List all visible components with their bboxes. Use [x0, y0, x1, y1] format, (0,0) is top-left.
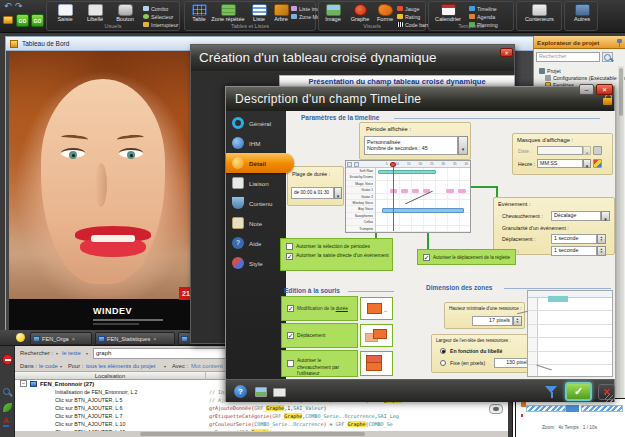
- chevron-down-icon[interactable]: [164, 364, 166, 369]
- tab-aide[interactable]: ? Aide: [226, 233, 286, 253]
- periode-dropdown-button[interactable]: [458, 136, 468, 155]
- tab-note[interactable]: Note: [226, 213, 286, 233]
- close-icon[interactable]: [153, 336, 156, 342]
- tab-detail[interactable]: Détail: [226, 153, 294, 173]
- lock-icon[interactable]: [603, 94, 612, 105]
- chevron-down-icon[interactable]: [60, 364, 62, 369]
- duree-spinner[interactable]: [597, 246, 606, 256]
- tree-item-configurations[interactable]: Configurations (Exécutable Windows 32 b: [545, 74, 625, 81]
- tab-contenu[interactable]: Contenu: [226, 193, 286, 213]
- locate-button[interactable]: [489, 404, 503, 414]
- ribbon-libelle-button[interactable]: Libellé: [81, 3, 109, 23]
- hauteur-spinner[interactable]: [513, 316, 522, 326]
- creation-titlebar[interactable]: Création d'un tableau croisé dynamique: [191, 45, 514, 71]
- tree-item-projet[interactable]: Projet: [539, 67, 623, 74]
- go-test-button[interactable]: GO: [16, 14, 29, 27]
- plant-icon[interactable]: [3, 403, 12, 412]
- explorer-search-input[interactable]: Rechercher: [536, 52, 600, 62]
- selection-checkbox[interactable]: [286, 243, 293, 250]
- code-result-row[interactable]: Clic sur BTN_AJOUTER, L 10grCouleurSerie…: [15, 420, 508, 428]
- chevauchement-user-checkbox[interactable]: [287, 360, 294, 367]
- ribbon-bouton-button[interactable]: Bouton: [111, 3, 139, 23]
- plage-dropdown-button[interactable]: [334, 187, 342, 199]
- ribbon-graphe-button[interactable]: Graphe: [346, 3, 374, 23]
- duree-input[interactable]: 1 seconde: [551, 246, 597, 256]
- code-result-row[interactable]: Clic sur BTN_AJOUTER, L 7grEtiquetteCaté…: [15, 412, 508, 420]
- close-button[interactable]: [596, 84, 613, 95]
- code-result-row[interactable]: Clic sur BTN_AJOUTER, L 6grAjouteDonnée(…: [15, 404, 508, 412]
- ribbon-calendrier-button[interactable]: Calendrier: [431, 3, 465, 23]
- chevron-down-icon[interactable]: [56, 351, 58, 356]
- ok-button[interactable]: [565, 382, 592, 401]
- search-scope-link[interactable]: le texte: [62, 350, 81, 356]
- stop-icon[interactable]: [2, 354, 13, 365]
- go-project-button[interactable]: GO: [31, 14, 44, 27]
- chevron-down-icon[interactable]: [86, 351, 88, 356]
- planning-bar[interactable]: [526, 405, 566, 412]
- search-tool-icon[interactable]: [3, 388, 10, 395]
- ribbon-conteneurs-button[interactable]: Conteneurs: [525, 3, 553, 23]
- chevauchement-combobox[interactable]: Décalage: [551, 211, 601, 221]
- hauteur-input[interactable]: 17 pixels: [472, 316, 513, 326]
- ribbon-zone-repetee-button[interactable]: Zone répétée: [209, 3, 247, 23]
- tab-general[interactable]: Général: [226, 113, 286, 133]
- ribbon-rating-button[interactable]: Rating: [397, 13, 432, 20]
- heure-dropdown-button[interactable]: [583, 159, 591, 168]
- ribbon-timeline-button[interactable]: Timeline: [469, 5, 498, 12]
- saisie-checkbox[interactable]: [286, 253, 293, 260]
- ribbon-forme-button[interactable]: Forme: [371, 3, 399, 23]
- ribbon-autres-button[interactable]: Autres: [568, 3, 596, 23]
- radio-fixe[interactable]: [440, 360, 446, 366]
- deplacement-input[interactable]: 1 seconde: [551, 234, 597, 244]
- ribbon-agenda-button[interactable]: Agenda: [469, 13, 498, 20]
- explorer-scrollbar[interactable]: [618, 66, 624, 426]
- close-button[interactable]: [500, 48, 513, 57]
- folder-icon[interactable]: [3, 16, 13, 24]
- tab-fen-statistiques[interactable]: FEN_Statistiques: [95, 332, 175, 345]
- date-dropdown-button[interactable]: [583, 146, 591, 155]
- date-input[interactable]: [537, 146, 583, 155]
- scrollbar-thumb[interactable]: [140, 432, 365, 436]
- chevauchement-dropdown-button[interactable]: [601, 211, 610, 221]
- ribbon-liste-button[interactable]: Liste: [247, 3, 271, 23]
- ribbon-jauge-button[interactable]: Jauge: [397, 5, 432, 12]
- preview-ruler-marker[interactable]: [390, 162, 396, 167]
- dialog-titlebar[interactable]: Description d'un champ TimeLine: [226, 87, 614, 111]
- mail-icon[interactable]: [273, 388, 286, 397]
- column-localisation[interactable]: Localisation: [15, 373, 205, 379]
- pin-icon[interactable]: [617, 39, 622, 47]
- dans-value-link[interactable]: le code: [39, 363, 58, 369]
- ribbon-arbre-button[interactable]: Arbre: [269, 3, 293, 23]
- deplacement-spinner[interactable]: [597, 234, 606, 244]
- redo-icon[interactable]: ↷: [15, 1, 23, 11]
- plage-combobox[interactable]: de 00:00 à 01:30: [291, 187, 334, 199]
- reglette-checkbox[interactable]: [423, 254, 430, 261]
- horizontal-scrollbar[interactable]: [15, 431, 508, 437]
- heure-input[interactable]: MM:SS: [537, 159, 583, 168]
- undo-icon[interactable]: ↶: [4, 1, 12, 11]
- resize-grip[interactable]: [605, 394, 613, 402]
- modif-duree-checkbox[interactable]: [287, 305, 294, 312]
- ribbon-combo-button[interactable]: Combo: [143, 5, 178, 12]
- tab-liaison[interactable]: Liaison: [226, 173, 286, 193]
- radio-libelle[interactable]: [440, 348, 446, 354]
- image-tool-icon[interactable]: [255, 387, 267, 397]
- minimize-button[interactable]: [579, 84, 594, 95]
- ribbon-selecteur-button[interactable]: Sélecteur: [143, 13, 178, 20]
- ribbon-saisie-button[interactable]: Saisie: [51, 3, 79, 23]
- planning-bar[interactable]: [581, 405, 623, 412]
- close-icon[interactable]: [72, 336, 75, 342]
- font-tool-icon[interactable]: [3, 416, 9, 427]
- ribbon-image-button[interactable]: Image: [319, 3, 347, 23]
- periode-combobox[interactable]: Personnalisée Nombre de secondes : 45: [364, 136, 458, 155]
- date-mask-icon[interactable]: [593, 146, 602, 155]
- tab-style[interactable]: Style: [226, 253, 286, 273]
- deplacement-checkbox[interactable]: [287, 332, 294, 339]
- lightbulb-icon[interactable]: [16, 333, 25, 342]
- collapse-icon[interactable]: [20, 380, 27, 387]
- heure-mask-icon[interactable]: [593, 159, 602, 168]
- filter-icon[interactable]: [545, 385, 558, 399]
- explorer-scrollbar-thumb[interactable]: [619, 68, 623, 116]
- explorer-search-button[interactable]: [602, 52, 613, 62]
- tab-fen-orga[interactable]: FEN_Orga: [30, 332, 92, 345]
